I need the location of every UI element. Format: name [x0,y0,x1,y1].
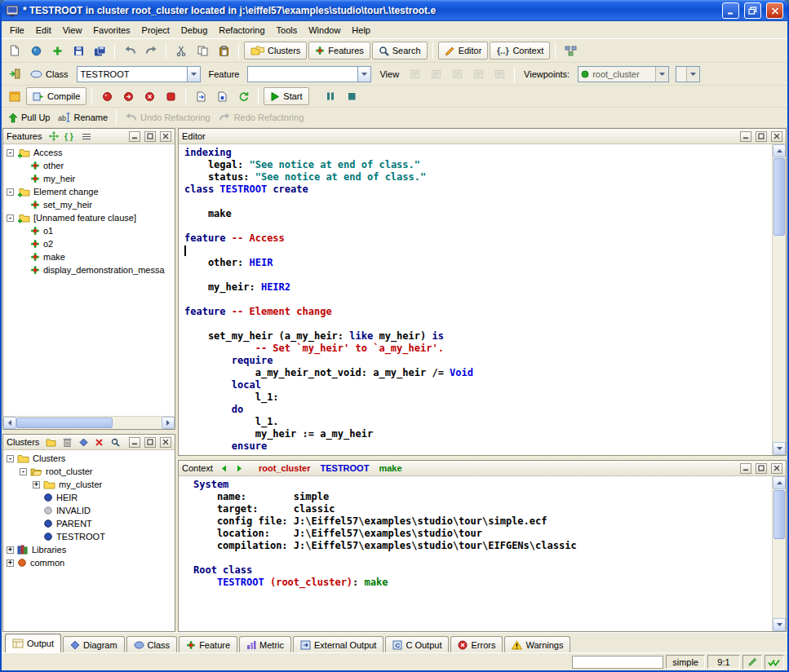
view-option-button-1[interactable] [405,65,424,83]
scroll-left-button[interactable] [3,417,16,429]
goto-c-output-button[interactable] [212,87,232,105]
class-combo-arrow[interactable] [187,67,200,82]
menu-debug[interactable]: Debug [175,23,213,38]
clusters-close-button[interactable] [160,437,171,448]
tree-node-display-demonstration-messa[interactable]: display_demonstration_messa [3,263,175,276]
features-hscrollbar[interactable] [3,416,175,429]
pull-up-button[interactable]: Pull Up [5,108,53,126]
open-project-button[interactable] [26,42,46,60]
editable-indicator[interactable] [742,655,762,670]
tree-node-parent[interactable]: PARENT [3,517,175,530]
save-all-button[interactable] [90,42,109,60]
context-toggle-button[interactable]: {..}Context [490,42,550,60]
copy-button[interactable] [193,42,212,60]
clusters-search-button[interactable] [109,436,122,449]
features-move-button[interactable] [47,130,60,143]
menu-window[interactable]: Window [303,23,346,38]
editor-panel-header[interactable]: Editor [179,129,786,144]
tree-node-heir[interactable]: HEIR [3,491,175,504]
menu-favorites[interactable]: Favorites [87,23,135,38]
menu-refactoring[interactable]: Refactoring [213,23,270,38]
collapse-icon[interactable]: - [20,468,27,475]
tab-external-output[interactable]: External Output [293,636,383,652]
context-crumb-make[interactable]: make [379,463,401,473]
expand-icon[interactable]: + [7,559,14,567]
viewpoints-extra-combo[interactable] [676,66,700,82]
features-close-button[interactable] [160,131,171,142]
view-option-button-3[interactable] [447,65,467,83]
goto-output-button[interactable] [191,87,211,105]
clusters-delete-button[interactable] [93,436,107,449]
features-maximize-button[interactable] [144,131,156,142]
paste-button[interactable] [214,42,233,60]
tree-node-root-cluster[interactable]: -root_cluster [3,465,175,478]
restore-button[interactable] [744,2,761,19]
tab-diagram[interactable]: Diagram [63,636,125,652]
features-tree[interactable]: -Accessothermy_heir-Element changeset_my… [3,144,175,416]
clusters-panel-header[interactable]: Clusters [3,435,175,450]
context-maximize-button[interactable] [756,463,767,474]
context-close-button[interactable] [771,463,782,474]
view-option-button-4[interactable] [468,65,488,83]
editor-code[interactable]: indexing legal: "See notice at end of cl… [179,144,772,455]
sync-indicator[interactable] [765,655,784,670]
scrollbar-track[interactable] [773,540,786,618]
tab-warnings[interactable]: Warnings [504,636,570,652]
freeze-button[interactable] [118,87,138,105]
tree-node-libraries[interactable]: +Libraries [3,543,175,556]
context-panel-header[interactable]: Context root_clusterTESTROOTmake [179,461,786,476]
scroll-right-button[interactable] [162,417,175,429]
menu-project[interactable]: Project [136,23,175,38]
redo-button[interactable] [141,42,161,60]
rename-button[interactable]: abRename [55,108,111,126]
editor-vscrollbar[interactable] [772,144,786,455]
tree-node-clusters[interactable]: -Clusters [3,452,175,465]
features-toggle-button[interactable]: Features [308,42,370,60]
tree-node-testroot[interactable]: TESTROOT [3,530,175,543]
collapse-icon[interactable]: - [7,455,14,462]
features-signature-button[interactable]: { } [63,130,77,143]
feature-combo-arrow[interactable] [357,67,370,82]
clusters-properties-button[interactable] [77,436,91,449]
stop-button[interactable] [342,87,361,105]
collapse-icon[interactable]: - [7,188,14,196]
tab-metric[interactable]: Metric [239,636,291,652]
tab-class[interactable]: Class [126,636,178,652]
cancel-compilation-button[interactable] [161,87,180,105]
feature-combo[interactable] [247,66,371,82]
editor-close-button[interactable] [771,131,782,142]
minimize-button[interactable] [722,2,739,19]
clusters-minimize-button[interactable] [129,437,140,448]
finalize-button[interactable] [140,87,159,105]
context-back-button[interactable] [218,462,231,475]
menu-help[interactable]: Help [346,23,376,38]
send-to-new-tool-button[interactable] [5,65,24,83]
add-class-button[interactable] [47,42,67,60]
expand-icon[interactable]: + [33,481,40,489]
context-crumb-testroot[interactable]: TESTROOT [321,463,370,473]
tab-feature[interactable]: Feature [179,636,237,652]
context-code[interactable]: System name: simple target: classic conf… [179,476,772,631]
menu-tools[interactable]: Tools [271,23,304,38]
project-settings-button[interactable] [5,87,24,105]
undo-button[interactable] [120,42,140,60]
editor-maximize-button[interactable] [756,131,767,142]
clusters-maximize-button[interactable] [144,437,156,448]
close-button[interactable] [766,2,783,19]
menu-view[interactable]: View [57,23,88,38]
tree-node-set-my-heir[interactable]: set_my_heir [3,198,175,211]
clusters-toggle-button[interactable]: Clusters [244,42,307,60]
scrollbar-track[interactable] [773,237,786,442]
viewpoints-extra-arrow[interactable] [686,67,699,82]
diagram-tool-button[interactable] [561,42,580,60]
viewpoints-combo-arrow[interactable] [655,67,668,82]
tree-node-my-heir[interactable]: my_heir [3,172,175,185]
features-panel-header[interactable]: Features { } [3,129,175,144]
tree-node-unnamed-feature-clause[interactable]: -[Unnamed feature clause] [3,211,175,224]
tab-c-output[interactable]: CC Output [385,636,449,652]
tree-node-o1[interactable]: o1 [3,224,175,237]
collapse-icon[interactable]: - [7,214,14,222]
tab-output[interactable]: Output [5,634,61,652]
view-option-button-2[interactable] [426,65,445,83]
pause-button[interactable] [321,87,340,105]
